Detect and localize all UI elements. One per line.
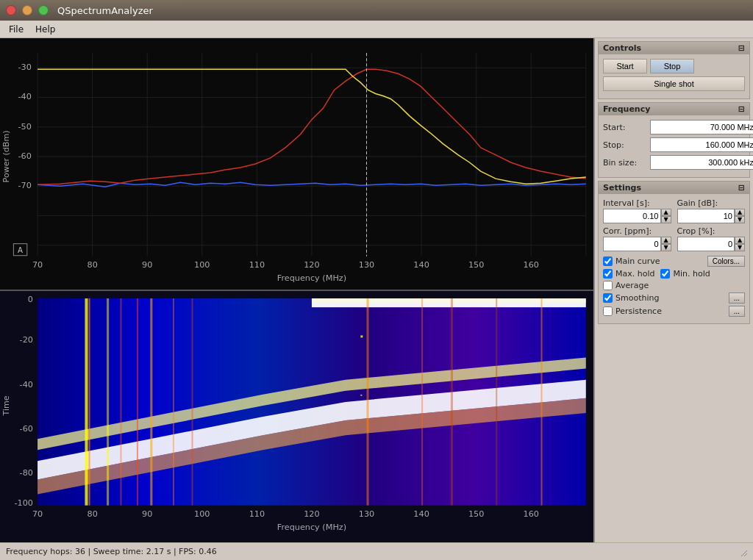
resize-handle[interactable] [738, 548, 747, 556]
svg-text:-20: -20 [20, 335, 33, 345]
min-hold-row: Min. hold [660, 269, 710, 279]
stop-button[interactable]: Stop [650, 59, 694, 73]
interval-input[interactable] [603, 209, 661, 223]
waterfall-chart[interactable]: 0 -20 -40 -60 -80 -100 70 80 90 100 110 … [0, 291, 593, 542]
crop-spin: ▲ ▼ [735, 237, 745, 251]
gain-spin: ▲ ▼ [735, 209, 745, 223]
average-row: Average [603, 281, 745, 290]
start-freq-input[interactable] [650, 120, 753, 134]
min-hold-label: Min. hold [673, 269, 710, 279]
svg-rect-45 [89, 298, 90, 506]
bin-size-row: Bin size: ▲ ▼ [603, 155, 745, 170]
svg-text:130: 130 [359, 509, 374, 519]
svg-text:-30: -30 [18, 62, 32, 72]
single-shot-button[interactable]: Single shot [603, 76, 745, 91]
main-layout: f=135.987 MHz, P=-29.763 dBm [0, 38, 753, 542]
start-freq-row: Start: ▲ ▼ [603, 120, 745, 134]
svg-text:-70: -70 [18, 181, 32, 190]
average-checkbox[interactable] [603, 281, 613, 290]
maximize-button[interactable] [38, 5, 49, 15]
svg-line-79 [741, 550, 747, 556]
smoothing-label: Smoothing [615, 293, 659, 303]
svg-text:-40: -40 [18, 93, 32, 102]
menu-file[interactable]: File [3, 23, 29, 36]
svg-rect-0 [0, 38, 593, 290]
titlebar: QSpectrumAnalyzer [0, 0, 753, 21]
svg-text:-60: -60 [20, 424, 33, 434]
close-button[interactable] [6, 5, 16, 15]
statusbar-text: Frequency hops: 36 | Sweep time: 2.17 s … [6, 547, 217, 556]
right-panel: Controls ⊟ Start Stop Single shot Freque… [595, 38, 753, 542]
svg-text:-60: -60 [18, 151, 32, 161]
svg-text:70: 70 [32, 260, 43, 270]
controls-section: Controls ⊟ Start Stop Single shot [598, 41, 750, 99]
settings-section-body: Interval [s]: ▲ ▼ Gain [dB]: [599, 194, 749, 323]
bin-size-label: Bin size: [603, 158, 647, 168]
bin-size-input[interactable] [650, 155, 753, 170]
crop-col: Crop [%]: ▲ ▼ [677, 226, 746, 251]
menu-help[interactable]: Help [29, 23, 61, 36]
min-hold-checkbox[interactable] [660, 269, 670, 279]
corr-row: ▲ ▼ [603, 237, 671, 251]
svg-text:-40: -40 [20, 380, 33, 390]
start-button[interactable]: Start [603, 59, 647, 73]
persistence-label: Persistence [615, 306, 662, 316]
persistence-options-button[interactable]: ... [729, 306, 745, 317]
svg-text:100: 100 [194, 260, 210, 270]
svg-text:160: 160 [523, 509, 538, 519]
crop-input[interactable] [677, 237, 735, 251]
interval-label: Interval [s]: [603, 198, 671, 208]
spectrum-chart[interactable]: f=135.987 MHz, P=-29.763 dBm [0, 38, 593, 291]
corr-up[interactable]: ▲ [661, 237, 671, 244]
left-panel: f=135.987 MHz, P=-29.763 dBm [0, 38, 595, 542]
stop-freq-input[interactable] [650, 137, 753, 152]
gain-down[interactable]: ▼ [735, 216, 745, 223]
gain-up[interactable]: ▲ [735, 209, 745, 216]
svg-rect-49 [150, 298, 152, 506]
max-hold-checkbox[interactable] [603, 269, 613, 279]
interval-down[interactable]: ▼ [661, 216, 671, 223]
minimize-button[interactable] [22, 5, 32, 15]
main-curve-checkbox[interactable] [603, 256, 613, 266]
svg-rect-59 [360, 335, 363, 337]
svg-text:90: 90 [142, 260, 152, 270]
svg-rect-58 [540, 298, 542, 506]
interval-up[interactable]: ▲ [661, 209, 671, 216]
svg-text:160: 160 [523, 260, 538, 270]
crop-down[interactable]: ▼ [735, 244, 745, 251]
svg-rect-56 [451, 298, 453, 506]
interval-spin: ▲ ▼ [661, 209, 671, 223]
corr-input[interactable] [603, 237, 661, 251]
crop-label: Crop [%]: [677, 226, 746, 236]
svg-rect-60 [360, 395, 362, 396]
svg-text:150: 150 [468, 260, 484, 270]
gain-input[interactable] [677, 209, 735, 223]
smoothing-checkbox[interactable] [603, 293, 613, 303]
svg-text:Power (dBm): Power (dBm) [1, 130, 11, 182]
gain-row: ▲ ▼ [677, 209, 746, 223]
persistence-checkbox[interactable] [603, 306, 613, 316]
svg-text:120: 120 [304, 509, 319, 519]
smoothing-options-button[interactable]: ... [729, 292, 745, 304]
svg-text:Frequency (MHz): Frequency (MHz) [277, 273, 346, 283]
menubar: File Help [0, 21, 753, 38]
svg-rect-53 [312, 298, 586, 303]
stop-label: Stop: [603, 140, 647, 150]
colors-button[interactable]: Colors... [707, 256, 745, 267]
svg-text:80: 80 [87, 509, 97, 519]
corr-down[interactable]: ▼ [661, 244, 671, 251]
svg-rect-55 [421, 298, 423, 506]
corr-col: Corr. [ppm]: ▲ ▼ [603, 226, 671, 251]
svg-line-80 [744, 553, 747, 556]
statusbar: Frequency hops: 36 | Sweep time: 2.17 s … [0, 542, 753, 560]
average-label: Average [615, 281, 649, 290]
max-hold-row: Max. hold [603, 269, 654, 279]
svg-text:150: 150 [468, 509, 484, 519]
svg-text:120: 120 [304, 260, 319, 270]
svg-text:-80: -80 [20, 469, 33, 478]
crop-row: ▲ ▼ [677, 237, 746, 251]
crop-up[interactable]: ▲ [735, 237, 745, 244]
interval-col: Interval [s]: ▲ ▼ [603, 198, 671, 223]
svg-text:140: 140 [413, 260, 429, 270]
svg-rect-44 [85, 298, 88, 506]
